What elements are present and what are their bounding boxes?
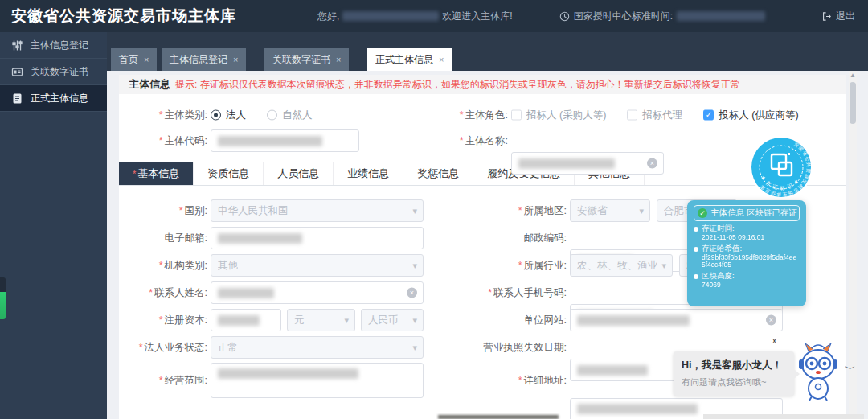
capital-currency-select[interactable]: 人民币 bbox=[361, 309, 424, 331]
tab-basic-info[interactable]: 基本信息 bbox=[119, 162, 194, 185]
header-right: 您好, 欢迎进入主体库! 国家授时中心标准时间: 退出 bbox=[317, 0, 868, 32]
row-subject-code-name: 主体代码: 主体名称: × bbox=[119, 126, 846, 155]
tab-reward-punishment-info[interactable]: 奖惩信息 bbox=[403, 162, 473, 185]
industry-select[interactable]: 农、林、牧、渔业 bbox=[570, 254, 673, 277]
tab-digital-certificate[interactable]: 关联数字证书 × bbox=[264, 48, 349, 71]
capital-group: 元 人民币 bbox=[211, 309, 424, 331]
logout-button[interactable]: 退出 bbox=[821, 10, 855, 23]
seal-icon: 安徽省公共资源交易市场主体信息库 ★ 存 证 标 识 ★ bbox=[749, 135, 813, 199]
clear-icon[interactable]: × bbox=[766, 315, 776, 326]
tab-label: 正式主体信息 bbox=[375, 53, 433, 67]
chat-title: Hi，我是客服小龙人！ bbox=[682, 359, 786, 372]
email-input[interactable] bbox=[211, 227, 424, 249]
attestation-seal: 安徽省公共资源交易市场主体信息库 ★ 存 证 标 识 ★ bbox=[749, 135, 813, 199]
redacted-value bbox=[218, 136, 322, 146]
checkbox-bidder[interactable]: 投标人 (供应商等) bbox=[703, 109, 798, 122]
postcode-label: 邮政编码: bbox=[424, 232, 567, 245]
chat-close-icon[interactable]: x bbox=[772, 336, 776, 345]
business-scope-textarea[interactable] bbox=[211, 363, 424, 398]
radio-icon bbox=[211, 110, 221, 121]
redacted-value bbox=[577, 404, 698, 414]
subject-role-checkboxes: 招标人 (采购人等) 招标代理 投标人 (供应商等) bbox=[511, 109, 865, 122]
subject-type-label: 主体类别: bbox=[119, 109, 207, 122]
sidebar-item-label: 关联数字证书 bbox=[31, 65, 88, 79]
redacted-time bbox=[677, 11, 765, 21]
subject-code-label: 主体代码: bbox=[119, 134, 207, 148]
tab-home[interactable]: 首页 × bbox=[111, 48, 157, 71]
redacted-value bbox=[218, 315, 260, 326]
region-label: 所属地区: bbox=[424, 204, 567, 218]
hash-value-redacted: df29bf33f6b195df9829f5daf4ee5f4cc4f05 bbox=[702, 254, 800, 269]
business-status-value: 正常 bbox=[218, 341, 238, 355]
sidebar-item-label: 主体信息登记 bbox=[31, 39, 88, 52]
capital-unit-value: 元 bbox=[294, 314, 305, 327]
tab-formal-subject-info[interactable]: 正式主体信息 × bbox=[367, 48, 452, 71]
row-subject-type-role: 主体类别: 法人 自然人 主体角色: bbox=[119, 104, 846, 126]
subject-code-input[interactable] bbox=[211, 129, 359, 152]
tooltip-title: 主体信息 区块链已存证 bbox=[710, 207, 797, 219]
notice-text: 提示: 存证标识仅代表数据本次留痕状态，并非数据异常标识，如果您的标识消失或呈现… bbox=[175, 78, 740, 92]
logout-icon bbox=[821, 11, 832, 22]
tab-personnel-info[interactable]: 人员信息 bbox=[264, 162, 334, 185]
checkbox-icon bbox=[511, 110, 522, 121]
redacted-username bbox=[342, 11, 439, 21]
radio-legal-person[interactable]: 法人 bbox=[211, 109, 246, 122]
org-type-select[interactable]: 其他 bbox=[211, 254, 424, 277]
email-label: 电子邮箱: bbox=[119, 232, 207, 245]
province-select[interactable]: 安徽省 bbox=[570, 199, 650, 222]
subject-role-label: 主体角色: bbox=[418, 109, 508, 122]
time-label: 国家授时中心标准时间: bbox=[574, 10, 673, 23]
scroll-down-chevron[interactable]: ﹀ bbox=[843, 362, 858, 376]
radio-natural-person[interactable]: 自然人 bbox=[267, 109, 313, 122]
redacted-value bbox=[577, 315, 690, 326]
side-panel-handle[interactable] bbox=[0, 277, 6, 319]
tab-close-icon[interactable]: × bbox=[439, 55, 444, 64]
sidebar-item-subject-registration[interactable]: 主体信息登记 bbox=[0, 32, 107, 59]
industry-value: 农、林、牧、渔业 bbox=[577, 259, 657, 273]
radio-icon bbox=[267, 110, 277, 121]
capital-input[interactable] bbox=[211, 309, 281, 331]
business-status-select[interactable]: 正常 bbox=[211, 336, 424, 359]
checkbox-label: 投标人 (供应商等) bbox=[719, 109, 798, 122]
website-input[interactable]: × bbox=[570, 309, 783, 331]
contact-name-input[interactable]: × bbox=[211, 281, 424, 304]
notice-bar: 主体信息 提示: 存证标识仅代表数据本次留痕状态，并非数据异常标识，如果您的标识… bbox=[119, 75, 846, 94]
tab-close-icon[interactable]: × bbox=[144, 55, 149, 64]
chat-bubble[interactable]: Hi，我是客服小龙人！ 有问题请点我咨询哦~ bbox=[674, 351, 794, 396]
subject-name-input[interactable]: × bbox=[511, 152, 664, 175]
sidebar-item-digital-certificate[interactable]: 关联数字证书 bbox=[0, 59, 107, 85]
redacted-value bbox=[218, 288, 274, 298]
window-tabbar: 首页 × 主体信息登记 × 关联数字证书 × 正式主体信息 × bbox=[107, 32, 868, 71]
greeting: 您好, 欢迎进入主体库! bbox=[317, 10, 513, 23]
subject-type-radios: 法人 自然人 bbox=[211, 109, 334, 122]
tab-qualification-info[interactable]: 资质信息 bbox=[194, 162, 264, 185]
subject-name-label: 主体名称: bbox=[418, 134, 508, 148]
tab-subject-registration[interactable]: 主体信息登记 × bbox=[162, 48, 246, 71]
website-label: 单位网站: bbox=[424, 314, 567, 327]
contact-phone-label: 联系人手机号码: bbox=[424, 286, 567, 300]
radio-label: 法人 bbox=[226, 109, 246, 122]
tab-close-icon[interactable]: × bbox=[336, 55, 341, 64]
clear-icon[interactable]: × bbox=[647, 158, 657, 169]
sidebar-item-label: 正式主体信息 bbox=[31, 92, 88, 105]
address-label: 详细地址: bbox=[424, 374, 567, 388]
logout-label: 退出 bbox=[836, 10, 855, 23]
tooltip-title-row: ✓ 主体信息 区块链已存证 bbox=[694, 205, 800, 221]
scrollbar-thumb[interactable] bbox=[850, 82, 856, 124]
scroll-up-arrow[interactable]: ▲ bbox=[849, 71, 857, 80]
checkbox-tender-agent[interactable]: 招标代理 bbox=[627, 109, 682, 122]
tab-label: 主体信息登记 bbox=[170, 53, 227, 67]
industry-label: 所属行业: bbox=[424, 259, 567, 273]
tab-close-icon[interactable]: × bbox=[233, 55, 238, 64]
standard-time: 国家授时中心标准时间: bbox=[559, 10, 765, 23]
redacted-value bbox=[218, 368, 358, 379]
sidebar: 主体信息登记 关联数字证书 正式主体信息 bbox=[0, 32, 107, 419]
checkbox-tenderer[interactable]: 招标人 (采购人等) bbox=[511, 109, 606, 122]
clear-icon[interactable]: × bbox=[407, 288, 417, 298]
tab-performance-info[interactable]: 业绩信息 bbox=[334, 162, 403, 185]
country-select[interactable]: 中华人民共和国 bbox=[211, 199, 424, 222]
sidebar-item-formal-subject-info[interactable]: 正式主体信息 bbox=[0, 85, 107, 112]
capital-unit-select[interactable]: 元 bbox=[287, 309, 355, 331]
mascot-dragon-icon[interactable] bbox=[794, 342, 842, 402]
certificate-icon bbox=[11, 66, 23, 78]
